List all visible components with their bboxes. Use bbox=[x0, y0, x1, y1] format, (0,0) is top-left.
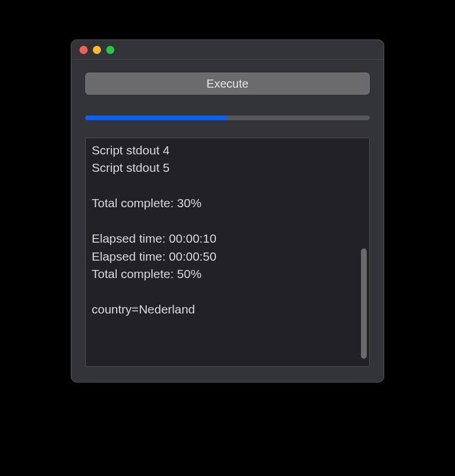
app-window: Execute Script stdout 4 Script stdout 5 … bbox=[71, 39, 384, 383]
titlebar bbox=[71, 40, 384, 60]
output-textarea[interactable]: Script stdout 4 Script stdout 5 Total co… bbox=[85, 138, 370, 367]
minimize-icon[interactable] bbox=[93, 46, 101, 54]
progress-bar bbox=[85, 116, 370, 120]
output-text: Script stdout 4 Script stdout 5 Total co… bbox=[92, 143, 216, 316]
execute-button[interactable]: Execute bbox=[85, 73, 370, 95]
maximize-icon[interactable] bbox=[106, 46, 114, 54]
close-icon[interactable] bbox=[80, 46, 88, 54]
window-content: Execute Script stdout 4 Script stdout 5 … bbox=[71, 60, 384, 382]
scrollbar-thumb[interactable] bbox=[361, 248, 367, 359]
progress-fill bbox=[85, 116, 228, 120]
